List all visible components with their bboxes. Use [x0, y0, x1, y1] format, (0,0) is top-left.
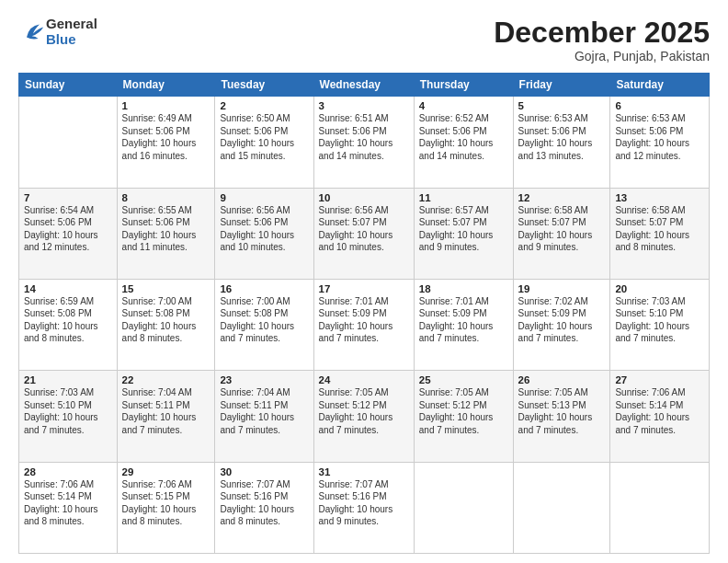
table-row: 8Sunrise: 6:55 AMSunset: 5:06 PMDaylight…: [117, 188, 215, 279]
table-row: 6Sunrise: 6:53 AMSunset: 5:06 PMDaylight…: [610, 97, 710, 188]
header: General Blue December 2025 Gojra, Punjab…: [18, 17, 710, 63]
table-row: 14Sunrise: 6:59 AMSunset: 5:08 PMDayligh…: [19, 279, 118, 370]
table-row: 30Sunrise: 7:07 AMSunset: 5:16 PMDayligh…: [215, 462, 313, 553]
day-info: Sunrise: 7:04 AMSunset: 5:11 PMDaylight:…: [220, 387, 294, 435]
day-number: 23: [220, 374, 308, 385]
day-info: Sunrise: 7:06 AMSunset: 5:14 PMDaylight:…: [24, 479, 98, 527]
day-number: 25: [419, 374, 508, 385]
day-info: Sunrise: 7:01 AMSunset: 5:09 PMDaylight:…: [419, 296, 494, 344]
table-row: 7Sunrise: 6:54 AMSunset: 5:06 PMDaylight…: [19, 188, 118, 279]
day-info: Sunrise: 7:02 AMSunset: 5:09 PMDaylight:…: [518, 296, 593, 344]
day-info: Sunrise: 6:52 AMSunset: 5:06 PMDaylight:…: [419, 113, 494, 161]
day-number: 8: [122, 192, 210, 203]
day-number: 12: [518, 192, 606, 203]
calendar-week-row: 7Sunrise: 6:54 AMSunset: 5:06 PMDaylight…: [19, 188, 710, 279]
day-info: Sunrise: 7:03 AMSunset: 5:10 PMDaylight:…: [24, 387, 98, 435]
day-number: 7: [24, 192, 112, 203]
col-thursday: Thursday: [414, 74, 513, 97]
col-friday: Friday: [513, 74, 610, 97]
day-info: Sunrise: 7:06 AMSunset: 5:15 PMDaylight:…: [122, 479, 197, 527]
day-number: 4: [419, 100, 508, 111]
table-row: 13Sunrise: 6:58 AMSunset: 5:07 PMDayligh…: [610, 188, 710, 279]
day-info: Sunrise: 6:57 AMSunset: 5:07 PMDaylight:…: [419, 205, 494, 253]
day-number: 31: [319, 466, 409, 477]
table-row: [513, 462, 610, 553]
day-number: 13: [615, 192, 704, 203]
table-row: 31Sunrise: 7:07 AMSunset: 5:16 PMDayligh…: [313, 462, 414, 553]
day-number: 20: [615, 283, 704, 294]
logo-bird-icon: [20, 19, 46, 45]
table-row: 18Sunrise: 7:01 AMSunset: 5:09 PMDayligh…: [414, 279, 513, 370]
day-number: 30: [220, 466, 308, 477]
day-info: Sunrise: 7:06 AMSunset: 5:14 PMDaylight:…: [615, 387, 689, 435]
day-info: Sunrise: 6:58 AMSunset: 5:07 PMDaylight:…: [518, 205, 593, 253]
table-row: 26Sunrise: 7:05 AMSunset: 5:13 PMDayligh…: [513, 371, 610, 462]
day-number: 15: [122, 283, 210, 294]
day-number: 10: [319, 192, 409, 203]
day-info: Sunrise: 6:51 AMSunset: 5:06 PMDaylight:…: [319, 113, 393, 161]
day-info: Sunrise: 6:55 AMSunset: 5:06 PMDaylight:…: [122, 205, 197, 253]
day-number: 24: [319, 374, 409, 385]
table-row: [19, 97, 118, 188]
day-info: Sunrise: 7:05 AMSunset: 5:12 PMDaylight:…: [419, 387, 494, 435]
day-info: Sunrise: 6:53 AMSunset: 5:06 PMDaylight:…: [615, 113, 689, 161]
day-number: 14: [24, 283, 112, 294]
day-info: Sunrise: 7:00 AMSunset: 5:08 PMDaylight:…: [220, 296, 294, 344]
logo: General Blue: [18, 17, 97, 47]
table-row: 29Sunrise: 7:06 AMSunset: 5:15 PMDayligh…: [117, 462, 215, 553]
calendar-header-row: Sunday Monday Tuesday Wednesday Thursday…: [19, 74, 710, 97]
table-row: 5Sunrise: 6:53 AMSunset: 5:06 PMDaylight…: [513, 97, 610, 188]
table-row: 2Sunrise: 6:50 AMSunset: 5:06 PMDaylight…: [215, 97, 313, 188]
day-number: 6: [615, 100, 704, 111]
col-tuesday: Tuesday: [215, 74, 313, 97]
day-number: 2: [220, 100, 308, 111]
calendar-week-row: 21Sunrise: 7:03 AMSunset: 5:10 PMDayligh…: [19, 371, 710, 462]
table-row: 19Sunrise: 7:02 AMSunset: 5:09 PMDayligh…: [513, 279, 610, 370]
day-number: 28: [24, 466, 112, 477]
day-number: 19: [518, 283, 606, 294]
day-info: Sunrise: 7:01 AMSunset: 5:09 PMDaylight:…: [319, 296, 393, 344]
table-row: 16Sunrise: 7:00 AMSunset: 5:08 PMDayligh…: [215, 279, 313, 370]
table-row: 10Sunrise: 6:56 AMSunset: 5:07 PMDayligh…: [313, 188, 414, 279]
calendar-table: Sunday Monday Tuesday Wednesday Thursday…: [18, 73, 710, 554]
title-block: December 2025 Gojra, Punjab, Pakistan: [494, 17, 710, 63]
day-info: Sunrise: 7:05 AMSunset: 5:12 PMDaylight:…: [319, 387, 393, 435]
col-saturday: Saturday: [610, 74, 710, 97]
table-row: 1Sunrise: 6:49 AMSunset: 5:06 PMDaylight…: [117, 97, 215, 188]
logo-text: General Blue: [46, 17, 97, 47]
calendar-week-row: 14Sunrise: 6:59 AMSunset: 5:08 PMDayligh…: [19, 279, 710, 370]
day-number: 3: [319, 100, 409, 111]
day-number: 16: [220, 283, 308, 294]
day-number: 17: [319, 283, 409, 294]
table-row: 28Sunrise: 7:06 AMSunset: 5:14 PMDayligh…: [19, 462, 118, 553]
table-row: 11Sunrise: 6:57 AMSunset: 5:07 PMDayligh…: [414, 188, 513, 279]
day-info: Sunrise: 7:00 AMSunset: 5:08 PMDaylight:…: [122, 296, 197, 344]
day-number: 29: [122, 466, 210, 477]
table-row: [414, 462, 513, 553]
col-sunday: Sunday: [19, 74, 118, 97]
table-row: 17Sunrise: 7:01 AMSunset: 5:09 PMDayligh…: [313, 279, 414, 370]
day-number: 26: [518, 374, 606, 385]
day-info: Sunrise: 6:59 AMSunset: 5:08 PMDaylight:…: [24, 296, 98, 344]
day-info: Sunrise: 7:07 AMSunset: 5:16 PMDaylight:…: [220, 479, 294, 527]
day-number: 21: [24, 374, 112, 385]
day-info: Sunrise: 7:04 AMSunset: 5:11 PMDaylight:…: [122, 387, 197, 435]
table-row: 3Sunrise: 6:51 AMSunset: 5:06 PMDaylight…: [313, 97, 414, 188]
day-info: Sunrise: 7:05 AMSunset: 5:13 PMDaylight:…: [518, 387, 593, 435]
table-row: 20Sunrise: 7:03 AMSunset: 5:10 PMDayligh…: [610, 279, 710, 370]
calendar-week-row: 1Sunrise: 6:49 AMSunset: 5:06 PMDaylight…: [19, 97, 710, 188]
day-number: 22: [122, 374, 210, 385]
table-row: 22Sunrise: 7:04 AMSunset: 5:11 PMDayligh…: [117, 371, 215, 462]
day-number: 5: [518, 100, 606, 111]
day-number: 18: [419, 283, 508, 294]
col-monday: Monday: [117, 74, 215, 97]
day-number: 1: [122, 100, 210, 111]
table-row: 4Sunrise: 6:52 AMSunset: 5:06 PMDaylight…: [414, 97, 513, 188]
day-info: Sunrise: 6:54 AMSunset: 5:06 PMDaylight:…: [24, 205, 98, 253]
table-row: 24Sunrise: 7:05 AMSunset: 5:12 PMDayligh…: [313, 371, 414, 462]
day-number: 11: [419, 192, 508, 203]
day-info: Sunrise: 6:50 AMSunset: 5:06 PMDaylight:…: [220, 113, 294, 161]
col-wednesday: Wednesday: [313, 74, 414, 97]
table-row: 12Sunrise: 6:58 AMSunset: 5:07 PMDayligh…: [513, 188, 610, 279]
table-row: [610, 462, 710, 553]
